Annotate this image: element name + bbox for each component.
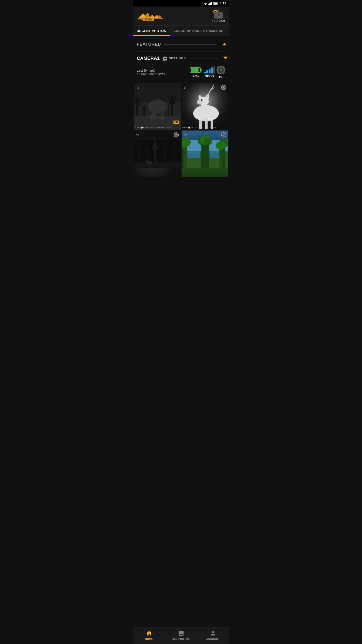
svg-rect-77	[134, 162, 181, 168]
battery-level-icon	[190, 66, 202, 74]
svg-point-41	[161, 113, 164, 116]
svg-rect-81	[150, 164, 151, 167]
tab-subscriptions[interactable]: SUBSCRIPTIONS & CAMERAS	[170, 26, 227, 36]
svg-rect-102	[182, 152, 187, 158]
svg-text:WIRELESS: WIRELESS	[144, 19, 152, 20]
photo-item-3[interactable]: ☆ ✓	[134, 130, 181, 177]
svg-point-62	[201, 100, 202, 100]
tab-recent-photos[interactable]: RECENT PHOTOS	[133, 26, 170, 36]
svg-rect-104	[200, 152, 209, 158]
photo-2-meta: R 63F ⚪ 03/17/2023 04:17AM 456V511	[183, 126, 227, 129]
signal-label: GOOD	[205, 74, 214, 78]
camera1-section: CAMERA1 SETTINGS Last Synced: 1:00am 08/…	[133, 52, 229, 178]
svg-rect-22	[191, 68, 193, 72]
svg-rect-5	[209, 3, 210, 5]
svg-rect-25	[204, 72, 206, 74]
svg-rect-48	[143, 106, 145, 116]
photo-2-star[interactable]: ☆	[183, 85, 187, 90]
storage-percent-label: 1%	[219, 75, 223, 79]
tabs-container: RECENT PHOTOS SUBSCRIPTIONS & CAMERAS	[133, 26, 229, 36]
last-synced-date: 1:00am 08/11/2023	[137, 72, 188, 76]
add-cam-icon: +	[213, 10, 224, 18]
wifi-icon	[204, 2, 207, 5]
battery-stat-container: 75%	[190, 66, 202, 78]
svg-rect-28	[211, 68, 213, 74]
main-content: FEATURED CAMERA1 SETTINGS Last Synce	[133, 36, 229, 196]
photo-4-content	[182, 130, 228, 177]
svg-point-79	[146, 160, 148, 163]
featured-title: FEATURED	[137, 42, 161, 47]
photo-2-svg	[182, 83, 228, 130]
photo-4-star[interactable]: ☆	[183, 132, 187, 138]
photo-3-content	[134, 130, 181, 177]
sd-icon	[217, 66, 225, 74]
svg-rect-37	[151, 119, 152, 122]
featured-toggle-button[interactable]	[219, 41, 225, 48]
photo-3-check[interactable]: ✓	[174, 132, 179, 138]
svg-rect-7	[211, 2, 212, 5]
svg-point-101	[203, 138, 212, 145]
svg-rect-10	[214, 2, 217, 4]
svg-rect-80	[148, 164, 149, 167]
bottom-spacer	[133, 178, 229, 196]
camera-bump	[217, 10, 219, 12]
photo-item-2[interactable]: ☆ ✓ R 63F ⚪ 03/17/2023 04:17AM 456V511	[182, 83, 228, 130]
camera1-divider	[189, 58, 218, 58]
camera1-name: CAMERA1	[137, 56, 160, 61]
chevron-up-icon	[220, 42, 224, 46]
chevron-down-icon	[221, 56, 225, 60]
photo-1-meta: R 54F ⚪ 02/23/2023 04:16AM BLCKPU292	[135, 126, 180, 129]
photo-3-star[interactable]: ☆	[136, 132, 140, 138]
status-icons: 8:17	[204, 2, 226, 5]
svg-rect-103	[221, 152, 228, 158]
svg-rect-26	[206, 70, 208, 74]
photo-item-4[interactable]: ☆ ✓	[182, 130, 228, 177]
check-mark-3: ✓	[175, 133, 177, 136]
svg-rect-27	[209, 69, 211, 74]
photo-1-star[interactable]: ☆	[136, 85, 140, 90]
svg-rect-40	[161, 116, 162, 118]
check-mark-2: ✓	[223, 86, 225, 89]
photo-item-1[interactable]: ☆ HD R 54F ⚪ 02/23/2023 04:16AM BLCKPU29…	[134, 83, 181, 130]
photo-1-hd-badge: HD	[173, 120, 179, 124]
svg-point-34	[148, 114, 157, 120]
camera1-header: CAMERA1 SETTINGS	[133, 52, 229, 64]
camera-body	[214, 12, 223, 18]
svg-point-98	[216, 142, 226, 150]
camera1-expand-button[interactable]	[221, 56, 225, 61]
svg-rect-35	[151, 114, 153, 118]
svg-rect-44	[136, 104, 138, 116]
svg-rect-49	[168, 105, 169, 116]
featured-section-header: FEATURED	[133, 36, 229, 51]
camera1-stats: Last Synced: 1:00am 08/11/2023 75%	[133, 64, 229, 83]
app-header: STRIKE FORCE WIRELESS + ADD CAM	[133, 6, 229, 26]
sd-dot	[220, 69, 222, 71]
photo-grid: ☆ HD R 54F ⚪ 02/23/2023 04:16AM BLCKPU29…	[133, 83, 229, 178]
signal-icon	[208, 2, 212, 5]
strike-force-logo: STRIKE FORCE WIRELESS	[137, 11, 165, 21]
logo-container: STRIKE FORCE WIRELESS	[137, 11, 165, 21]
svg-rect-46	[171, 103, 173, 116]
svg-rect-6	[210, 2, 211, 5]
photo-2-content	[182, 83, 228, 130]
svg-point-36	[152, 112, 156, 114]
battery-percent-label: 75%	[193, 74, 199, 78]
add-cam-button[interactable]: + ADD CAM	[212, 10, 225, 22]
signal-bars-icon	[204, 66, 215, 74]
featured-divider	[164, 44, 216, 44]
gear-icon	[162, 56, 167, 61]
camera1-settings-button[interactable]: SETTINGS	[162, 56, 186, 61]
photo-2-check[interactable]: ✓	[221, 85, 226, 90]
battery-icon	[213, 2, 218, 5]
svg-rect-43	[162, 120, 163, 122]
sd-inner	[218, 66, 224, 74]
svg-point-33	[148, 99, 167, 113]
check-mark-4: ✓	[223, 133, 225, 136]
status-time: 8:17	[220, 2, 226, 5]
last-synced-container: Last Synced: 1:00am 08/11/2023	[137, 68, 188, 76]
last-synced-label: Last Synced:	[137, 68, 188, 72]
photo-4-check[interactable]: ✓	[221, 132, 226, 138]
photo-3-svg	[134, 130, 181, 177]
camera-lens	[218, 14, 221, 17]
svg-rect-9	[218, 3, 218, 4]
